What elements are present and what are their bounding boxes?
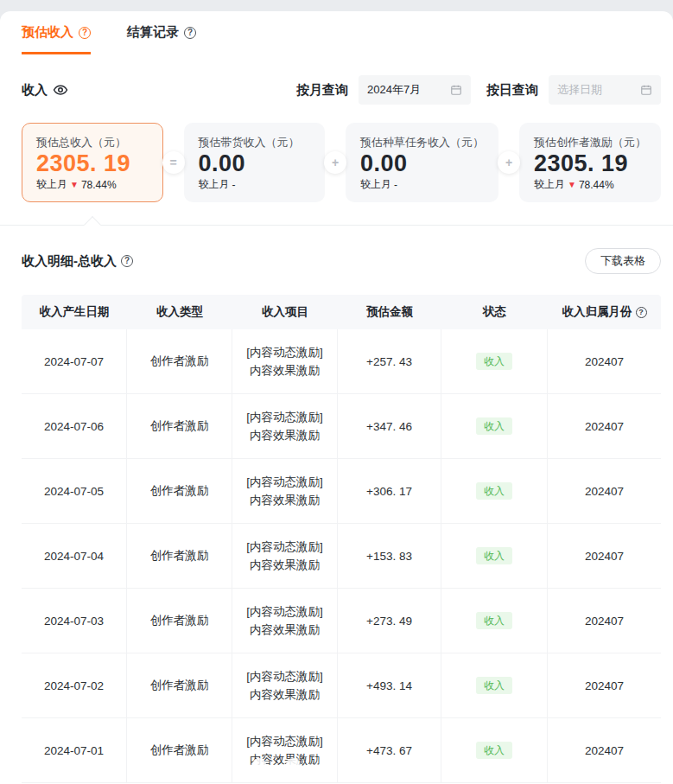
card-label: 预估总收入（元） [36,135,149,150]
card-compare: 较上月 - [199,177,311,192]
project-line2: 内容效果激励 [250,685,320,704]
cell-amount: +153. 83 [338,524,441,588]
table-row: 2024-07-05 创作者激励 [内容动态激励] 内容效果激励 +306. 1… [22,459,661,524]
cell-type: 创作者激励 [127,394,232,458]
detail-title-label: 收入明细-总收入 [22,253,117,270]
month-query-label: 按月查询 [296,82,348,99]
status-badge: 收入 [476,547,512,564]
card-value: 2305. 19 [534,151,646,177]
status-badge: 收入 [476,353,512,370]
calendar-icon [640,84,652,96]
project-line2: 内容效果激励 [250,491,320,509]
header-amount: 预估金额 [338,295,441,329]
cell-amount: +493. 14 [338,653,441,717]
help-icon[interactable]: ? [184,27,196,39]
cell-status: 收入 [441,394,548,458]
table-row: 2024-07-04 创作者激励 [内容动态激励] 内容效果激励 +153. 8… [22,524,661,589]
card-total-income[interactable]: 预估总收入（元） 2305. 19 较上月 ▼ 78.44% [22,123,163,202]
table-row: 2024-07-06 创作者激励 [内容动态激励] 内容效果激励 +347. 4… [22,394,661,459]
project-line1: [内容动态激励] [246,732,323,750]
card-seeding-task-income[interactable]: 预估种草任务收入（元） 0.00 较上月 - [346,123,498,202]
tab-settlement-records[interactable]: 结算记录 ? [127,24,196,54]
cell-type: 创作者激励 [127,653,232,717]
project-line2: 内容效果激励 [250,556,320,574]
cell-date: 2024-07-01 [22,718,127,782]
cell-month: 202407 [548,718,661,782]
cell-project: [内容动态激励] 内容效果激励 [232,653,338,717]
card-label: 预估带货收入（元） [199,135,311,150]
header-type: 收入类型 [127,295,232,329]
project-line2: 内容效果激励 [250,361,320,379]
trend-down-icon: ▼ [70,181,79,189]
header-project: 收入项目 [232,295,338,329]
project-line1: [内容动态激励] [246,473,323,491]
project-line1: [内容动态激励] [246,343,323,361]
query-by-month: 按月查询 2024年7月 [296,75,471,105]
table-row: 2024-07-03 创作者激励 [内容动态激励] 内容效果激励 +273. 4… [22,589,661,653]
cell-date: 2024-07-07 [22,329,127,393]
help-icon[interactable]: ? [121,255,133,267]
card-compare: 较上月 ▼ 78.44% [36,177,149,192]
cell-month: 202407 [548,589,661,653]
caret-up-icon [84,216,101,233]
card-label: 预估创作者激励（元） [534,135,646,150]
card-creator-incentive[interactable]: 预估创作者激励（元） 2305. 19 较上月 ▼ 78.44% [519,123,661,202]
tab-estimated-income[interactable]: 预估收入 ? [22,24,91,54]
operator-gap: + [325,123,346,202]
cell-status: 收入 [441,718,548,782]
cell-month: 202407 [548,524,661,588]
plus-icon: + [324,151,346,174]
cell-date: 2024-07-04 [22,524,127,588]
cell-amount: +257. 43 [338,329,441,393]
header-month-label: 收入归属月份 [562,304,632,320]
cell-status: 收入 [441,653,548,717]
project-line1: [内容动态激励] [246,408,323,426]
card-goods-income[interactable]: 预估带货收入（元） 0.00 较上月 - [184,123,326,202]
month-picker[interactable]: 2024年7月 [359,75,471,105]
cell-type: 创作者激励 [127,524,232,588]
help-icon[interactable]: ? [636,307,647,318]
operator-gap: + [498,123,519,202]
plus-icon: + [498,151,520,174]
cell-date: 2024-07-03 [22,589,127,653]
query-by-day: 按日查询 选择日期 [486,75,661,105]
detail-title: 收入明细-总收入 ? [22,253,133,270]
cell-project: [内容动态激励] 内容效果激励 [232,394,338,458]
eye-icon[interactable] [53,82,68,98]
equals-icon: = [162,151,185,174]
cell-month: 202407 [548,394,661,458]
cell-date: 2024-07-06 [22,394,127,458]
project-line1: [内容动态激励] [246,667,323,685]
trend-down-icon: ▼ [568,181,576,189]
section-divider [0,225,673,226]
income-table: 收入产生日期 收入类型 收入项目 预估金额 状态 收入归属月份 ? 2024-0… [22,295,661,783]
project-line2: 内容效果激励 [250,621,320,639]
tab-bar: 预估收入 ? 结算记录 ? [0,11,673,54]
day-picker-placeholder: 选择日期 [557,82,635,98]
status-badge: 收入 [476,677,512,694]
tab-label: 预估收入 [22,24,73,41]
cell-month: 202407 [548,653,661,717]
cell-status: 收入 [441,459,548,523]
project-line2: 内容效果激励 [250,426,320,444]
day-picker[interactable]: 选择日期 [549,75,661,105]
cell-date: 2024-07-02 [22,653,127,717]
cell-amount: +306. 17 [338,459,441,523]
help-icon[interactable]: ? [79,27,91,39]
card-label: 预估种草任务收入（元） [360,135,484,150]
cell-amount: +347. 46 [338,394,441,458]
cell-type: 创作者激励 [127,329,232,393]
project-line1: [内容动态激励] [246,538,323,556]
table-row: 2024-07-02 创作者激励 [内容动态激励] 内容效果激励 +493. 1… [22,653,661,718]
cell-type: 创作者激励 [127,718,232,782]
income-title-label: 收入 [22,82,48,99]
card-compare: 较上月 - [360,177,484,192]
download-table-button[interactable]: 下载表格 [585,248,661,274]
card-compare: 较上月 ▼ 78.44% [534,177,646,192]
cell-amount: +473. 67 [338,718,441,782]
detail-header: 收入明细-总收入 ? 下载表格 [22,248,661,274]
stat-cards-row: 预估总收入（元） 2305. 19 较上月 ▼ 78.44% = 预估带货收入（… [22,123,661,202]
cell-project: [内容动态激励] 内容效果激励 [232,329,338,393]
header-date: 收入产生日期 [22,295,127,329]
table-header-row: 收入产生日期 收入类型 收入项目 预估金额 状态 收入归属月份 ? [22,295,661,329]
